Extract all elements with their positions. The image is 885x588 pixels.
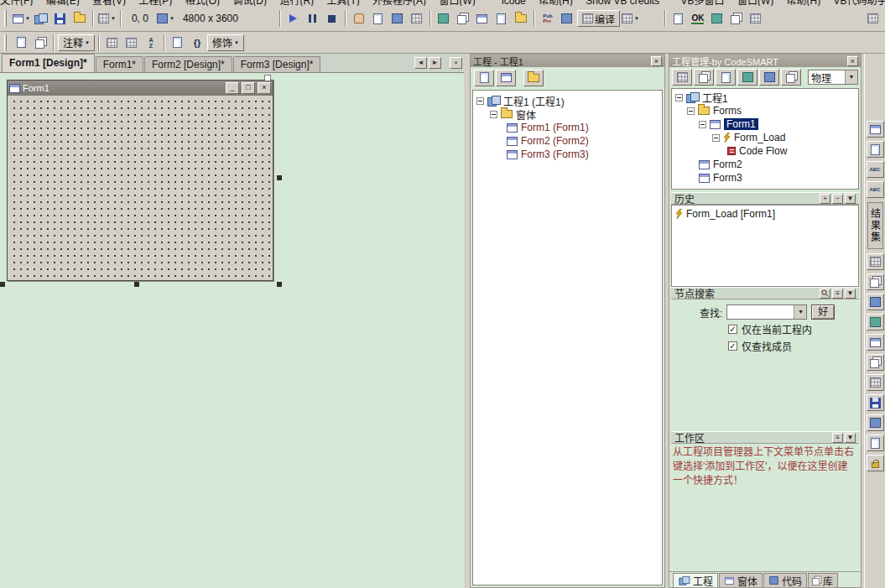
size-dropdown-button[interactable]: ▼ (156, 9, 175, 28)
menu-item-vb-assistant[interactable]: VB代码助手(?) (834, 0, 885, 6)
grid-settings-button[interactable]: ▼ (97, 9, 117, 28)
selection-handle[interactable] (134, 282, 139, 287)
collapse-icon[interactable] (699, 121, 706, 128)
indent-button[interactable] (103, 34, 122, 52)
chevron-down-icon[interactable]: ▼ (794, 305, 806, 319)
expand-button[interactable] (759, 69, 779, 86)
component-button[interactable] (473, 9, 492, 28)
results-vertical-tab[interactable]: 结果集 (867, 202, 883, 249)
form-grid-surface[interactable] (8, 96, 272, 279)
break-button[interactable] (304, 9, 322, 28)
menu-item-addins[interactable]: 外接程序(A) (372, 0, 426, 6)
edit-icon[interactable] (867, 141, 884, 158)
code-view-button[interactable] (558, 9, 576, 28)
menu-icon[interactable]: ≡ (832, 289, 843, 299)
ok-button[interactable]: OK (689, 9, 707, 28)
tree-item-form3[interactable]: Form3 (672, 171, 858, 185)
menu-item-run[interactable]: 运行(R) (279, 0, 314, 6)
properties-window-button[interactable] (369, 9, 388, 28)
project-explorer-button[interactable] (350, 9, 368, 28)
project-panel-titlebar[interactable]: 工程 - 工程1 × (471, 55, 664, 67)
menu-item-icode[interactable]: icode (502, 0, 526, 6)
braces-button[interactable]: {} (188, 34, 206, 52)
window-list-button[interactable] (727, 9, 746, 28)
menu-item-view[interactable]: 查看(V) (92, 0, 126, 6)
tab-forms[interactable]: 窗体 (719, 573, 763, 587)
menu-item-edit[interactable]: 编辑(E) (46, 0, 80, 6)
options-button[interactable] (669, 9, 688, 28)
form-layout-button[interactable] (388, 9, 407, 28)
object-browser-button[interactable] (408, 9, 426, 28)
tree-item-form2[interactable]: Form2 (672, 158, 858, 171)
sort-button[interactable]: AZ (142, 34, 160, 52)
tree-item-form3[interactable]: Form3 (Form3) (473, 148, 662, 161)
minimize-icon[interactable]: _ (226, 82, 239, 94)
menu-item-help[interactable]: 帮助(H) (539, 0, 573, 6)
tree-item-form2[interactable]: Form2 (Form2) (473, 134, 662, 148)
layers-icon[interactable] (867, 374, 884, 391)
export-icon[interactable] (867, 253, 884, 270)
procedure-list-button[interactable]: ▼ (621, 9, 640, 28)
tree-item-forms[interactable]: Forms (672, 104, 858, 117)
collapse-icon[interactable] (675, 94, 683, 101)
properties-icon[interactable] (867, 121, 884, 138)
view-code-button[interactable] (474, 70, 494, 86)
collapse-icon[interactable] (476, 97, 484, 105)
monitor-icon[interactable] (867, 334, 884, 351)
find-combobox[interactable]: ▼ (726, 304, 807, 320)
chevron-down-icon[interactable]: ▼ (845, 289, 856, 299)
copy-button[interactable] (12, 34, 30, 52)
selection-handle[interactable] (277, 175, 282, 180)
tree-item-form-load[interactable]: Form_Load (672, 131, 858, 144)
selection-handle[interactable] (277, 282, 282, 287)
checkbox-checked-icon[interactable]: ✓ (728, 341, 737, 351)
refresh-button[interactable] (737, 69, 757, 86)
history-header[interactable]: 历史 + − ▼ (671, 192, 859, 205)
menu-item-tools[interactable]: 工具(T) (326, 0, 359, 6)
tree-item-code-flow[interactable]: Code Flow (672, 144, 858, 158)
collapse-icon[interactable] (490, 111, 497, 118)
tab-form1-design[interactable]: Form1 [Design]* (2, 54, 95, 72)
menu-item-format[interactable]: 格式(O) (185, 0, 220, 6)
selection-handle[interactable] (264, 75, 271, 81)
lock-icon[interactable] (867, 455, 884, 471)
tab-project[interactable]: 工程 (673, 573, 718, 587)
collapse-icon[interactable] (712, 134, 720, 142)
codesmart-titlebar[interactable]: 工程管理-by CodeSMART × (669, 55, 861, 67)
save-icon[interactable] (867, 394, 884, 411)
pub-prv-scope-button[interactable]: PubPrv (539, 9, 557, 28)
workspace-header[interactable]: 工作区 ≡ ▼ (671, 431, 859, 444)
compile-button[interactable]: 编译 (577, 10, 620, 27)
tree-item-form1[interactable]: Form1 (Form1) (473, 121, 662, 134)
search-icon[interactable] (820, 289, 830, 299)
tab-scroll-left-icon[interactable]: ◄ (414, 57, 427, 69)
printer-icon[interactable] (867, 314, 884, 330)
option-members-only[interactable]: ✓ 仅查找成员 (669, 336, 861, 353)
toolbox-button[interactable] (435, 9, 453, 28)
tab-code[interactable]: 代码 (763, 573, 807, 587)
import-icon[interactable] (867, 273, 884, 290)
view-object-button[interactable] (496, 70, 516, 86)
collapse-icon[interactable] (687, 107, 695, 115)
help-button[interactable] (169, 34, 187, 52)
view-mode-select[interactable]: 物理 ▼ (808, 70, 858, 85)
docking-button[interactable] (863, 9, 882, 28)
collapse-button[interactable] (781, 69, 801, 86)
tab-close-icon[interactable]: × (450, 57, 462, 69)
toggle-folders-button[interactable] (523, 70, 544, 86)
view-list-button[interactable] (672, 69, 692, 86)
tab-library[interactable]: 库 (808, 573, 838, 587)
end-button[interactable] (323, 9, 341, 28)
remove-icon[interactable]: − (832, 194, 843, 204)
menu-item-credits[interactable]: Show VB credits (586, 0, 659, 6)
tab-form1-code[interactable]: Form1* (96, 56, 143, 72)
view-tree-button[interactable] (694, 69, 714, 86)
chevron-down-icon[interactable]: ▼ (845, 70, 857, 84)
copy-icon[interactable] (867, 354, 884, 371)
close-icon[interactable]: × (847, 56, 858, 66)
abc-icon[interactable]: ABC (867, 181, 884, 198)
option-current-project[interactable]: ✓ 仅在当前工程内 (669, 320, 861, 336)
comment-dropdown[interactable]: 注释▼ (58, 34, 95, 51)
menu-item-window[interactable]: 窗口(W) (439, 0, 475, 6)
tab-scroll-right-icon[interactable]: ► (429, 57, 441, 69)
